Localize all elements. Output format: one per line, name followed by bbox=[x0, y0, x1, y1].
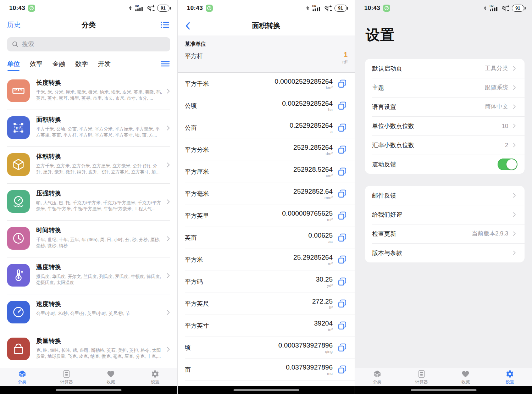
settings-row[interactable]: 默认启动页 工具分类 bbox=[365, 59, 525, 78]
tabbar-item[interactable]: 计算器 bbox=[44, 368, 89, 386]
conversion-row[interactable]: 亩 0.03793927896 mu bbox=[178, 359, 355, 381]
conversion-row[interactable]: 平方米 25.29285264 m² bbox=[178, 249, 355, 271]
history-button[interactable]: 历史 bbox=[7, 20, 21, 29]
tabbar-item[interactable]: 收藏 bbox=[89, 368, 133, 386]
copy-icon[interactable] bbox=[337, 78, 348, 89]
conversion-row[interactable]: 平方英里 0.000009765625 mi² bbox=[178, 205, 355, 227]
category-units: 摄氏度, 华氏度, 开尔文, 兰氏度, 列氏度, 罗氏度, 牛顿度, 德氏度, … bbox=[36, 274, 162, 286]
conversion-row[interactable]: 平方英尺 272.25 ft² bbox=[178, 293, 355, 315]
search-bar[interactable] bbox=[7, 37, 170, 51]
unit-value: 2529.285264 bbox=[293, 144, 333, 151]
vibration-toggle[interactable] bbox=[498, 159, 517, 170]
chevron-right-icon bbox=[165, 161, 172, 168]
copy-icon[interactable] bbox=[337, 122, 348, 133]
battery-percent: 91 bbox=[334, 5, 347, 12]
tab[interactable]: 单位 bbox=[7, 55, 20, 73]
chevron-right-icon bbox=[511, 231, 517, 237]
copy-icon[interactable] bbox=[337, 298, 348, 309]
copy-icon[interactable] bbox=[337, 254, 348, 265]
menu-icon[interactable] bbox=[160, 60, 170, 68]
signal-strength-icon: HD bbox=[135, 4, 144, 12]
setting-value: 当前版本2.9.3 bbox=[472, 230, 508, 238]
category-row[interactable]: 体积转换 立方千米, 立方米, 立方分米, 立方厘米, 立方毫米, 公升 (升)… bbox=[0, 146, 177, 183]
gear-icon bbox=[505, 370, 514, 378]
settings-row[interactable]: 主题 跟随系统 bbox=[365, 78, 525, 97]
copy-icon[interactable] bbox=[337, 276, 348, 287]
chevron-right-icon bbox=[511, 142, 517, 148]
tabbar-item[interactable]: 收藏 bbox=[444, 368, 488, 386]
tabbar-item[interactable]: 计算器 bbox=[399, 368, 444, 386]
category-row[interactable]: 温度转换 摄氏度, 华氏度, 开尔文, 兰氏度, 列氏度, 罗氏度, 牛顿度, … bbox=[0, 257, 177, 294]
bag-icon bbox=[7, 338, 30, 360]
conversion-row[interactable]: 227.63567376 bbox=[178, 381, 355, 386]
category-row[interactable]: m² 面积转换 平方千米, 公顷, 公亩, 平方米, 平方分米, 平方厘米, 平… bbox=[0, 110, 177, 146]
screen-settings: 10:43 HD 91 设置 默认启动页 工具分类 bbox=[355, 0, 532, 394]
tab[interactable]: 开发 bbox=[98, 55, 111, 73]
copy-icon[interactable] bbox=[337, 144, 348, 155]
search-input[interactable] bbox=[22, 41, 157, 48]
navcube-icon bbox=[373, 370, 382, 378]
category-row[interactable]: 质量转换 克, 吨, 短吨, 长吨, 磅, 盎司, 斯勒格, 英石, 美担, 英… bbox=[0, 331, 177, 368]
ruler-icon bbox=[7, 79, 30, 102]
tabbar-label: 分类 bbox=[18, 379, 27, 385]
bluetooth-icon bbox=[483, 5, 487, 12]
tabbar-label: 计算器 bbox=[60, 379, 73, 385]
conversion-row[interactable]: 英亩 0.00625 ac bbox=[178, 227, 355, 249]
category-title: 长度转换 bbox=[36, 78, 162, 87]
battery-percent: 91 bbox=[512, 5, 524, 12]
settings-row[interactable]: 检查更新 当前版本2.9.3 bbox=[365, 224, 525, 243]
tabbar-item[interactable]: 分类 bbox=[0, 368, 44, 386]
screen-categories: 10:43 HD 91 历史 分类 bbox=[0, 0, 177, 394]
base-unit-value[interactable]: 1 bbox=[342, 51, 348, 59]
setting-label: 主题 bbox=[372, 84, 485, 92]
signal-strength-icon: HD bbox=[489, 4, 499, 12]
conversion-row[interactable]: 平方千米 0.00002529285264 km² bbox=[178, 73, 355, 95]
copy-icon[interactable] bbox=[337, 232, 348, 243]
conversion-row[interactable]: 平方码 30.25 yd² bbox=[178, 271, 355, 293]
conversion-row[interactable]: 公顷 0.002529285264 ha bbox=[178, 95, 355, 117]
copy-icon[interactable] bbox=[337, 342, 348, 353]
conversion-row[interactable]: 平方毫米 25292852.64 mm² bbox=[178, 183, 355, 205]
list-view-icon[interactable] bbox=[160, 20, 170, 29]
copy-icon[interactable] bbox=[337, 100, 348, 111]
settings-row[interactable]: 给我们好评 bbox=[365, 205, 525, 224]
conversion-row[interactable]: 平方英寸 39204 in² bbox=[178, 315, 355, 337]
conversion-row[interactable]: 平方厘米 252928.5264 cm² bbox=[178, 161, 355, 183]
copy-icon[interactable] bbox=[337, 320, 348, 331]
settings-row[interactable]: 语言设置 简体中文 bbox=[365, 97, 525, 116]
tab-bar: 分类 计算器 收藏 设置 bbox=[0, 368, 177, 386]
base-unit-row[interactable]: 平方杆 1 rd² bbox=[185, 52, 348, 65]
tabbar-item[interactable]: 分类 bbox=[355, 368, 399, 386]
battery-percent: 91 bbox=[157, 5, 170, 12]
conversion-row[interactable]: 公亩 0.2529285264 a bbox=[178, 117, 355, 139]
settings-row[interactable]: 汇率小数点位数 2 bbox=[365, 135, 525, 155]
copy-icon[interactable] bbox=[337, 188, 348, 199]
tabbar-item[interactable]: 设置 bbox=[133, 368, 177, 386]
home-indicator[interactable] bbox=[411, 389, 476, 391]
tab[interactable]: 金融 bbox=[52, 55, 65, 73]
settings-row[interactable]: 震动反馈 bbox=[365, 155, 525, 174]
unit-value: 30.25 bbox=[316, 276, 333, 283]
back-button[interactable] bbox=[183, 21, 193, 31]
tabbar-item[interactable]: 设置 bbox=[488, 368, 532, 386]
category-row[interactable]: 压强转换 帕, 大气压, 巴, 托, 千克力/平方米, 千克力/平方厘米, 千克… bbox=[0, 183, 177, 220]
category-row[interactable]: 速度转换 公里/小时, 米/秒, 公里/分, 英里/小时, 英尺/秒, 节 bbox=[0, 294, 177, 331]
conversion-row[interactable]: 平方分米 2529.285264 dm² bbox=[178, 139, 355, 161]
copy-icon[interactable] bbox=[337, 210, 348, 221]
category-units: 立方千米, 立方米, 立方分米, 立方厘米, 立方毫米, 公升 (升), 分升,… bbox=[36, 163, 162, 175]
home-indicator-area bbox=[355, 386, 532, 394]
settings-row[interactable]: 邮件反馈 bbox=[365, 186, 525, 205]
tab[interactable]: 效率 bbox=[30, 55, 43, 73]
home-indicator[interactable] bbox=[233, 389, 299, 391]
category-row[interactable]: 时间转换 千年, 世纪, 十年, 五年, 年 (365), 周, 日, 小时, … bbox=[0, 220, 177, 257]
unit-value: 39204 bbox=[314, 320, 333, 327]
unit-symbol: km² bbox=[326, 85, 333, 90]
copy-icon[interactable] bbox=[337, 166, 348, 177]
tab[interactable]: 数学 bbox=[75, 55, 88, 73]
home-indicator[interactable] bbox=[56, 389, 122, 391]
copy-icon[interactable] bbox=[337, 364, 348, 375]
settings-row[interactable]: 单位小数点位数 10 bbox=[365, 116, 525, 135]
settings-row[interactable]: 版本与条款 bbox=[365, 243, 525, 262]
conversion-row[interactable]: 顷 0.0003793927896 qing bbox=[178, 337, 355, 359]
category-row[interactable]: 长度转换 千米, 米, 分米, 厘米, 毫米, 微米, 纳米, 埃米, 皮米, … bbox=[0, 73, 177, 110]
